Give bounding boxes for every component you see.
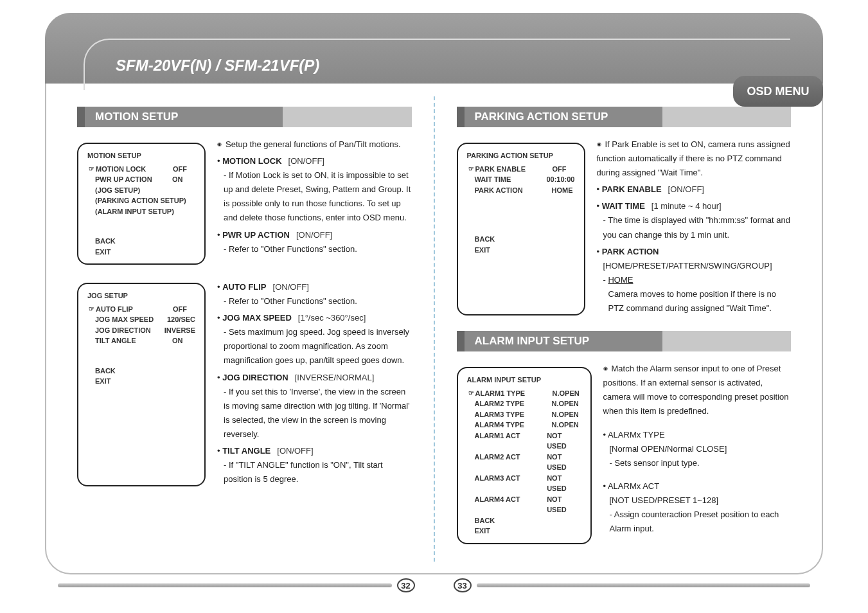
content: MOTION SETUP MOTION SETUP MOTION LOCKOFF… — [64, 96, 804, 562]
osd-motion-setup: MOTION SETUP MOTION LOCKOFF PWR UP ACTIO… — [77, 143, 206, 265]
section-title-text: MOTION SETUP — [77, 107, 283, 127]
desc-motion-setup: Setup the general functions of Pan/Tilt … — [217, 138, 412, 265]
right-page: PARKING ACTION SETUP PARKING ACTION SETU… — [444, 96, 804, 562]
page-number-left: 32 — [58, 578, 434, 592]
page-number-right: 33 — [434, 578, 811, 592]
desc-jog-setup: • AUTO FLIP[ON/OFF] - Refer to "Other Fu… — [217, 278, 412, 486]
section-title-text: ALARM INPUT SETUP — [457, 331, 662, 351]
left-page: MOTION SETUP MOTION SETUP MOTION LOCKOFF… — [64, 96, 425, 562]
model-title: SFM-20VF(N) / SFM-21VF(P) — [103, 48, 332, 84]
desc-alarm-input: Match the Alarm sensor input to one of P… — [603, 362, 792, 544]
osd-parking-action: PARKING ACTION SETUP PARK ENABLEOFF WAIT… — [457, 143, 585, 315]
section-parking-action: PARKING ACTION SETUP — [457, 107, 792, 127]
section-alarm-input: ALARM INPUT SETUP — [457, 331, 792, 351]
header-bar: SFM-20VF(N) / SFM-21VF(P) — [45, 13, 823, 84]
osd-alarm-input: ALARM INPUT SETUP ALARM1 TYPEN.OPEN ALAR… — [457, 367, 592, 544]
osd-jog-setup: JOG SETUP AUTO FLIPOFF JOG MAX SPEED120/… — [77, 283, 206, 486]
section-motion-setup: MOTION SETUP — [77, 107, 412, 127]
desc-parking-action: If Park Enable is set to ON, camera runs… — [597, 138, 792, 315]
section-title-text: PARKING ACTION SETUP — [457, 107, 662, 127]
